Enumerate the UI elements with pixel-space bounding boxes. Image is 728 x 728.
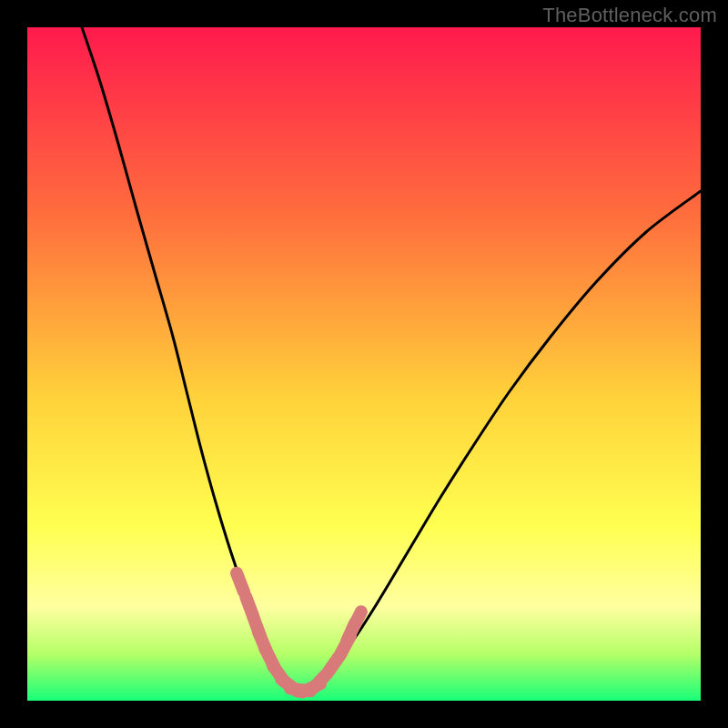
marker-segment bbox=[237, 573, 244, 592]
chart-frame bbox=[27, 27, 701, 701]
chart-curves bbox=[27, 27, 701, 701]
chart-markers bbox=[237, 573, 361, 693]
marker-segment bbox=[352, 612, 361, 630]
watermark-text: TheBottleneck.com bbox=[542, 4, 717, 27]
left-curve bbox=[82, 27, 300, 690]
